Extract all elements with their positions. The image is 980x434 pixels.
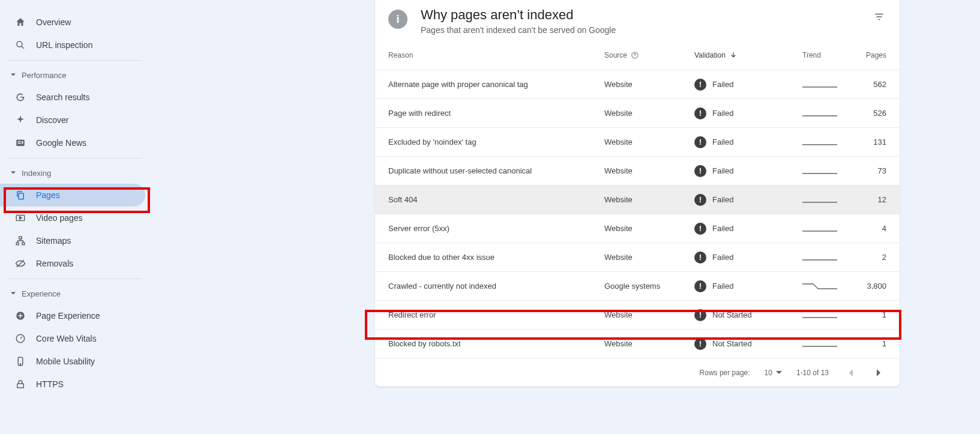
- table-row[interactable]: Server error (5xx)Website!Failed4: [375, 214, 900, 243]
- sidebar-item-label: Search results: [36, 92, 89, 102]
- col-pages[interactable]: Pages: [862, 51, 886, 59]
- cell-source: Website: [604, 195, 694, 204]
- sidebar-section-performance[interactable]: Performance: [0, 64, 150, 86]
- cell-reason: Blocked by robots.txt: [388, 339, 604, 348]
- cell-pages: 73: [862, 166, 886, 175]
- sidebar-item-pages[interactable]: Pages: [0, 184, 145, 206]
- table-row[interactable]: Redirect errorWebsite!Not Started1: [375, 300, 900, 329]
- cell-pages: 3,800: [862, 282, 886, 291]
- copy-icon: [14, 189, 26, 201]
- cell-trend: [802, 109, 862, 118]
- card-subtitle: Pages that aren't indexed can't be serve…: [421, 25, 616, 35]
- table-row[interactable]: Excluded by 'noindex' tagWebsite!Failed1…: [375, 127, 900, 156]
- error-icon: !: [694, 165, 706, 177]
- sidebar-item-video-pages[interactable]: Video pages: [0, 206, 145, 229]
- sidebar-item-label: Mobile Usability: [36, 357, 95, 366]
- svg-rect-2: [18, 141, 21, 142]
- g-icon: [14, 91, 26, 103]
- chevron-down-icon: [10, 71, 17, 79]
- sidebar-item-label: Pages: [36, 190, 60, 200]
- rows-per-page-select[interactable]: 10: [765, 369, 782, 377]
- sidebar-item-page-experience[interactable]: Page Experience: [0, 304, 145, 327]
- lock-icon: [14, 378, 26, 390]
- news-icon: [14, 137, 26, 149]
- index-reasons-card: i Why pages aren’t indexed Pages that ar…: [375, 0, 900, 387]
- sidebar-item-label: Sitemaps: [36, 236, 71, 246]
- cell-reason: Alternate page with proper canonical tag: [388, 80, 604, 89]
- cell-source: Website: [604, 166, 694, 175]
- error-icon: !: [694, 280, 706, 292]
- home-icon: [14, 16, 26, 28]
- sidebar: OverviewURL inspectionPerformanceSearch …: [0, 0, 150, 434]
- cell-source: Website: [604, 339, 694, 348]
- video-icon: [14, 212, 26, 224]
- cell-reason: Page with redirect: [388, 109, 604, 118]
- next-page-button[interactable]: [872, 366, 886, 380]
- table-row[interactable]: Blocked due to other 4xx issueWebsite!Fa…: [375, 243, 900, 271]
- svg-rect-5: [19, 193, 23, 199]
- svg-point-13: [20, 364, 21, 365]
- svg-rect-9: [22, 243, 25, 245]
- cell-validation: !Failed: [694, 136, 802, 148]
- sidebar-item-url-inspection[interactable]: URL inspection: [0, 34, 145, 56]
- cell-pages: 4: [862, 224, 886, 233]
- sidebar-item-discover[interactable]: Discover: [0, 109, 145, 131]
- cell-source: Website: [604, 253, 694, 262]
- card-title: Why pages aren’t indexed: [421, 7, 616, 23]
- cell-trend: [802, 339, 862, 349]
- cell-validation: !Failed: [694, 107, 802, 119]
- search-icon: [14, 39, 26, 51]
- sidebar-item-mobile-usability[interactable]: Mobile Usability: [0, 350, 145, 373]
- table-row[interactable]: Blocked by robots.txtWebsite!Not Started…: [375, 329, 900, 358]
- svg-rect-7: [19, 237, 22, 239]
- table-row[interactable]: Duplicate without user-selected canonica…: [375, 156, 900, 185]
- sidebar-section-experience[interactable]: Experience: [0, 283, 150, 304]
- col-source[interactable]: Source: [604, 51, 694, 59]
- page-range: 1-10 of 13: [796, 369, 829, 377]
- table-row[interactable]: Soft 404Website!Failed12: [375, 185, 900, 214]
- cell-pages: 2: [862, 253, 886, 262]
- filter-button[interactable]: [872, 10, 886, 24]
- table-row[interactable]: Alternate page with proper canonical tag…: [375, 70, 900, 98]
- prev-page-button[interactable]: [843, 366, 858, 380]
- cell-source: Google systems: [604, 282, 694, 291]
- sidebar-item-sitemaps[interactable]: Sitemaps: [0, 229, 145, 252]
- table-row[interactable]: Page with redirectWebsite!Failed526: [375, 98, 900, 127]
- help-icon[interactable]: [631, 51, 639, 59]
- arrow-down-icon: [729, 51, 738, 59]
- spark-icon: [14, 114, 26, 126]
- cell-source: Website: [604, 109, 694, 118]
- cell-trend: [802, 80, 862, 89]
- cell-pages: 1: [862, 339, 886, 348]
- sidebar-item-search-results[interactable]: Search results: [0, 86, 145, 109]
- error-icon: !: [694, 338, 706, 350]
- cell-source: Website: [604, 137, 694, 146]
- sidebar-item-overview[interactable]: Overview: [0, 11, 145, 34]
- sidebar-item-label: Core Web Vitals: [36, 334, 97, 343]
- sidebar-item-https[interactable]: HTTPS: [0, 373, 145, 396]
- svg-rect-14: [17, 384, 24, 388]
- error-icon: !: [694, 107, 706, 119]
- svg-rect-3: [18, 143, 21, 144]
- cell-source: Website: [604, 80, 694, 89]
- cell-trend: [802, 310, 862, 320]
- col-validation[interactable]: Validation: [694, 51, 802, 59]
- hide-icon: [14, 258, 26, 270]
- cell-validation: !Not Started: [694, 309, 802, 321]
- col-trend[interactable]: Trend: [802, 51, 862, 59]
- cell-trend: [802, 166, 862, 176]
- table-row[interactable]: Crawled - currently not indexedGoogle sy…: [375, 271, 900, 300]
- sidebar-section-indexing[interactable]: Indexing: [0, 162, 150, 184]
- cell-reason: Blocked due to other 4xx issue: [388, 253, 604, 262]
- sidebar-item-google-news[interactable]: Google News: [0, 131, 145, 154]
- sidebar-item-removals[interactable]: Removals: [0, 252, 145, 275]
- cell-validation: !Not Started: [694, 338, 802, 350]
- chevron-down-icon: [10, 169, 17, 176]
- sidebar-item-core-web-vitals[interactable]: Core Web Vitals: [0, 327, 145, 350]
- table-footer: Rows per page: 10 1-10 of 13: [375, 358, 900, 387]
- chevron-down-icon: [776, 370, 782, 376]
- col-reason[interactable]: Reason: [388, 51, 604, 59]
- table-header: Reason Source Validation Trend Pages: [375, 41, 900, 70]
- cell-validation: !Failed: [694, 194, 802, 206]
- svg-rect-8: [16, 243, 19, 245]
